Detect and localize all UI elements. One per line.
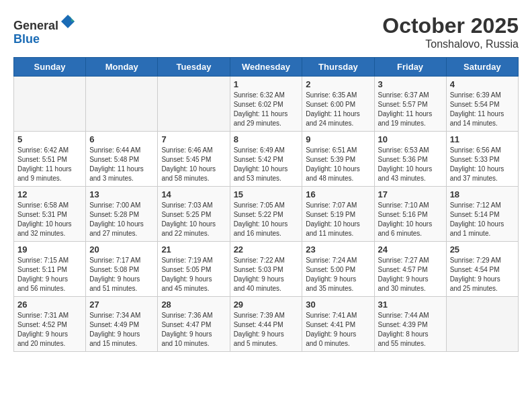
day-info: Sunrise: 6:56 AMSunset: 5:33 PMDaylight:…: [450, 146, 515, 183]
day-info: Sunrise: 7:34 AMSunset: 4:49 PMDaylight:…: [89, 311, 154, 349]
day-number: 18: [450, 189, 515, 199]
calendar-week-row: 19Sunrise: 7:15 AMSunset: 5:11 PMDayligh…: [14, 242, 519, 297]
day-info: Sunrise: 6:42 AMSunset: 5:51 PMDaylight:…: [17, 146, 82, 183]
calendar-cell: 14Sunrise: 7:03 AMSunset: 5:25 PMDayligh…: [158, 187, 230, 242]
day-number: 7: [161, 134, 226, 144]
calendar-cell: 28Sunrise: 7:36 AMSunset: 4:47 PMDayligh…: [158, 297, 230, 352]
calendar-cell: 5Sunrise: 6:42 AMSunset: 5:51 PMDaylight…: [14, 132, 86, 187]
calendar-cell: 10Sunrise: 6:53 AMSunset: 5:36 PMDayligh…: [374, 132, 446, 187]
day-number: 19: [17, 244, 82, 255]
day-number: 21: [161, 244, 226, 255]
day-info: Sunrise: 7:00 AMSunset: 5:28 PMDaylight:…: [89, 201, 154, 238]
calendar-cell: 31Sunrise: 7:44 AMSunset: 4:39 PMDayligh…: [374, 297, 446, 352]
title-block: October 2025 Tonshalovo, Russia: [382, 13, 519, 50]
day-number: 11: [450, 134, 515, 144]
calendar-cell: 4Sunrise: 6:39 AMSunset: 5:54 PMDaylight…: [446, 77, 518, 132]
logo-blue-text: Blue: [13, 32, 40, 46]
logo-general-text: General: [13, 19, 58, 32]
calendar-cell: 9Sunrise: 6:51 AMSunset: 5:39 PMDaylight…: [302, 132, 374, 187]
calendar-cell: 21Sunrise: 7:19 AMSunset: 5:05 PMDayligh…: [158, 242, 230, 297]
day-number: 8: [234, 134, 299, 144]
day-info: Sunrise: 6:51 AMSunset: 5:39 PMDaylight:…: [306, 146, 370, 183]
day-info: Sunrise: 7:22 AMSunset: 5:03 PMDaylight:…: [234, 256, 299, 293]
day-number: 25: [450, 244, 515, 255]
day-number: 13: [89, 189, 154, 199]
calendar-cell: 25Sunrise: 7:29 AMSunset: 4:54 PMDayligh…: [446, 242, 518, 297]
day-info: Sunrise: 7:10 AMSunset: 5:16 PMDaylight:…: [378, 201, 443, 238]
day-info: Sunrise: 7:24 AMSunset: 5:00 PMDaylight:…: [306, 256, 370, 293]
weekday-header-sunday: Sunday: [14, 58, 86, 77]
day-info: Sunrise: 7:17 AMSunset: 5:08 PMDaylight:…: [89, 256, 154, 293]
day-number: 28: [161, 300, 226, 310]
calendar-cell: 7Sunrise: 6:46 AMSunset: 5:45 PMDaylight…: [158, 132, 230, 187]
day-info: Sunrise: 7:44 AMSunset: 4:39 PMDaylight:…: [378, 311, 443, 349]
calendar-cell: [86, 77, 158, 132]
day-info: Sunrise: 7:39 AMSunset: 4:44 PMDaylight:…: [234, 311, 299, 349]
calendar-cell: [446, 297, 518, 352]
calendar-cell: 16Sunrise: 7:07 AMSunset: 5:19 PMDayligh…: [302, 187, 374, 242]
day-number: 14: [161, 189, 226, 199]
calendar-cell: 23Sunrise: 7:24 AMSunset: 5:00 PMDayligh…: [302, 242, 374, 297]
day-info: Sunrise: 7:03 AMSunset: 5:25 PMDaylight:…: [161, 201, 226, 238]
day-number: 10: [378, 134, 443, 144]
calendar-cell: 11Sunrise: 6:56 AMSunset: 5:33 PMDayligh…: [446, 132, 518, 187]
day-number: 29: [234, 300, 299, 310]
calendar-cell: 1Sunrise: 6:32 AMSunset: 6:02 PMDaylight…: [230, 77, 302, 132]
day-number: 5: [17, 134, 82, 144]
calendar-cell: 24Sunrise: 7:27 AMSunset: 4:57 PMDayligh…: [374, 242, 446, 297]
calendar-week-row: 26Sunrise: 7:31 AMSunset: 4:52 PMDayligh…: [14, 297, 519, 352]
weekday-header-saturday: Saturday: [446, 58, 518, 77]
day-number: 9: [306, 134, 370, 144]
calendar-cell: 26Sunrise: 7:31 AMSunset: 4:52 PMDayligh…: [14, 297, 86, 352]
day-number: 16: [306, 189, 370, 199]
calendar-cell: [14, 77, 86, 132]
calendar-table: SundayMondayTuesdayWednesdayThursdayFrid…: [13, 57, 519, 352]
calendar-cell: 2Sunrise: 6:35 AMSunset: 6:00 PMDaylight…: [302, 77, 374, 132]
day-number: 17: [378, 189, 443, 199]
day-info: Sunrise: 6:37 AMSunset: 5:57 PMDaylight:…: [378, 91, 443, 128]
calendar-cell: 6Sunrise: 6:44 AMSunset: 5:48 PMDaylight…: [86, 132, 158, 187]
page-header: General Blue October 2025 Tonshalovo, Ru…: [13, 13, 519, 50]
day-number: 30: [306, 300, 370, 310]
calendar-week-row: 5Sunrise: 6:42 AMSunset: 5:51 PMDaylight…: [14, 132, 519, 187]
day-info: Sunrise: 6:44 AMSunset: 5:48 PMDaylight:…: [89, 146, 154, 183]
day-info: Sunrise: 7:31 AMSunset: 4:52 PMDaylight:…: [17, 311, 82, 349]
day-number: 23: [306, 244, 370, 255]
day-info: Sunrise: 7:29 AMSunset: 4:54 PMDaylight:…: [450, 256, 515, 293]
calendar-cell: 15Sunrise: 7:05 AMSunset: 5:22 PMDayligh…: [230, 187, 302, 242]
day-number: 3: [378, 79, 443, 89]
day-number: 31: [378, 300, 443, 310]
calendar-cell: 20Sunrise: 7:17 AMSunset: 5:08 PMDayligh…: [86, 242, 158, 297]
day-number: 27: [89, 300, 154, 310]
calendar-cell: 12Sunrise: 6:58 AMSunset: 5:31 PMDayligh…: [14, 187, 86, 242]
day-info: Sunrise: 7:05 AMSunset: 5:22 PMDaylight:…: [234, 201, 299, 238]
day-info: Sunrise: 6:32 AMSunset: 6:02 PMDaylight:…: [234, 91, 299, 128]
calendar-cell: 22Sunrise: 7:22 AMSunset: 5:03 PMDayligh…: [230, 242, 302, 297]
day-info: Sunrise: 7:07 AMSunset: 5:19 PMDaylight:…: [306, 201, 370, 238]
day-info: Sunrise: 6:49 AMSunset: 5:42 PMDaylight:…: [234, 146, 299, 183]
day-number: 2: [306, 79, 370, 89]
logo-icon: [60, 13, 76, 30]
calendar-subtitle: Tonshalovo, Russia: [382, 38, 519, 50]
day-number: 20: [89, 244, 154, 255]
day-info: Sunrise: 7:27 AMSunset: 4:57 PMDaylight:…: [378, 256, 443, 293]
calendar-title: October 2025: [382, 13, 519, 38]
calendar-cell: 18Sunrise: 7:12 AMSunset: 5:14 PMDayligh…: [446, 187, 518, 242]
day-info: Sunrise: 7:36 AMSunset: 4:47 PMDaylight:…: [161, 311, 226, 349]
day-info: Sunrise: 7:15 AMSunset: 5:11 PMDaylight:…: [17, 256, 82, 293]
day-info: Sunrise: 6:46 AMSunset: 5:45 PMDaylight:…: [161, 146, 226, 183]
calendar-week-row: 1Sunrise: 6:32 AMSunset: 6:02 PMDaylight…: [14, 77, 519, 132]
calendar-cell: 8Sunrise: 6:49 AMSunset: 5:42 PMDaylight…: [230, 132, 302, 187]
day-number: 24: [378, 244, 443, 255]
weekday-header-wednesday: Wednesday: [230, 58, 302, 77]
day-info: Sunrise: 6:58 AMSunset: 5:31 PMDaylight:…: [17, 201, 82, 238]
day-info: Sunrise: 6:35 AMSunset: 6:00 PMDaylight:…: [306, 91, 370, 128]
calendar-cell: [158, 77, 230, 132]
logo: General Blue: [13, 13, 76, 46]
day-number: 15: [234, 189, 299, 199]
day-number: 4: [450, 79, 515, 89]
day-number: 1: [234, 79, 299, 89]
calendar-cell: 30Sunrise: 7:41 AMSunset: 4:41 PMDayligh…: [302, 297, 374, 352]
day-number: 22: [234, 244, 299, 255]
day-number: 26: [17, 300, 82, 310]
